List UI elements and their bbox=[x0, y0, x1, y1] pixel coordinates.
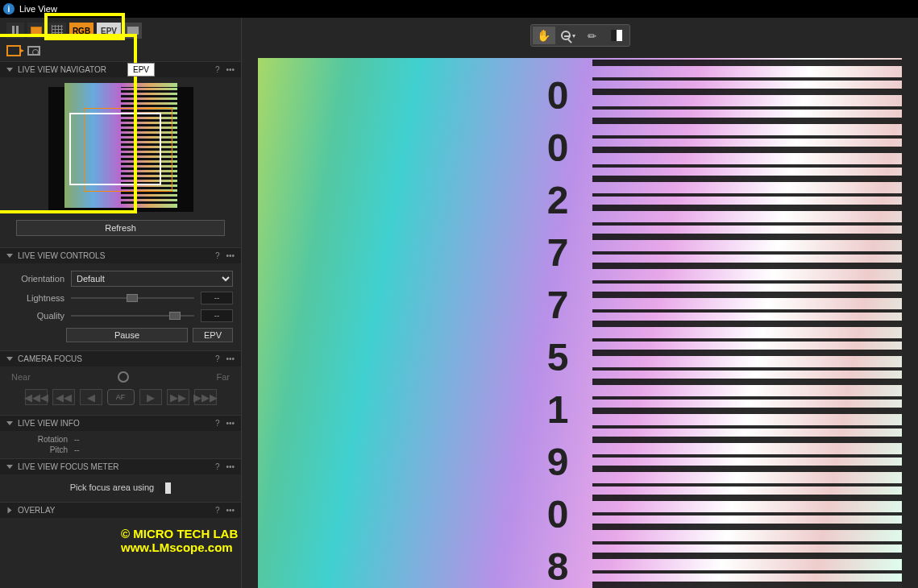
refresh-button[interactable]: Refresh bbox=[16, 220, 225, 236]
more-icon[interactable]: ••• bbox=[226, 462, 235, 471]
watermark: © MICRO TECH LAB www.LMscope.com bbox=[121, 527, 241, 554]
info-header[interactable]: LIVE VIEW INFO ?••• bbox=[0, 415, 241, 431]
quality-slider[interactable] bbox=[71, 310, 194, 321]
pause-toggle-button[interactable]: Pause bbox=[66, 328, 188, 342]
more-icon[interactable]: ••• bbox=[226, 65, 235, 74]
grid-button[interactable] bbox=[48, 23, 66, 39]
pitch-value: -- bbox=[74, 445, 80, 454]
chevron-down-icon bbox=[6, 68, 13, 72]
rgb-button[interactable]: RGB bbox=[69, 23, 93, 39]
contrast-icon bbox=[611, 30, 622, 41]
autofocus-button[interactable]: AF bbox=[107, 389, 135, 405]
capture-tabs bbox=[0, 43, 241, 61]
pitch-label: Pitch bbox=[11, 445, 68, 454]
focus-far-label: Far bbox=[217, 372, 231, 382]
chevron-down-icon bbox=[6, 357, 13, 361]
live-image[interactable]: 0027751908 bbox=[258, 58, 902, 588]
orientation-select[interactable]: Default bbox=[71, 271, 233, 287]
chevron-down-icon bbox=[6, 421, 13, 425]
titlebar: i Live View bbox=[0, 0, 918, 18]
quality-value: -- bbox=[201, 309, 233, 322]
rotation-value: -- bbox=[74, 435, 80, 444]
focus-indicator-icon bbox=[118, 371, 129, 383]
info-body: Rotation-- Pitch-- bbox=[0, 431, 241, 458]
video-tab-icon[interactable] bbox=[6, 45, 21, 56]
pick-focus-tool-button[interactable] bbox=[160, 482, 171, 494]
left-panel: RGB EPV EPV LIVE VIEW NAVIGATOR ?••• Ref… bbox=[0, 18, 242, 588]
focus-far-2x-button[interactable]: ◀◀ bbox=[52, 389, 75, 405]
overlay-header[interactable]: OVERLAY ?••• bbox=[0, 502, 241, 518]
focus-meter-body: Pick focus area using bbox=[0, 474, 241, 502]
hand-icon: ✋ bbox=[537, 29, 550, 42]
eyedropper-button[interactable]: ✎ bbox=[581, 27, 604, 44]
focus-near-3x-button[interactable]: ▶▶▶ bbox=[194, 389, 217, 405]
help-icon[interactable]: ? bbox=[215, 65, 220, 74]
pan-tool-button[interactable]: ✋ bbox=[533, 27, 555, 44]
navigator-frame-white[interactable] bbox=[69, 113, 161, 185]
eyedropper-icon: ✎ bbox=[584, 28, 599, 43]
zoom-out-icon bbox=[561, 31, 571, 40]
help-icon[interactable]: ? bbox=[215, 462, 220, 471]
focus-near-1x-button[interactable]: ▶ bbox=[139, 389, 162, 405]
app-icon: i bbox=[3, 3, 15, 14]
focus-far-3x-button[interactable]: ◀◀◀ bbox=[25, 389, 48, 405]
help-icon[interactable]: ? bbox=[215, 506, 220, 515]
still-tab-icon[interactable] bbox=[27, 46, 40, 56]
zoom-out-button[interactable]: ▾ bbox=[557, 27, 579, 44]
navigator-body: Refresh bbox=[0, 77, 241, 247]
pause-button[interactable] bbox=[6, 23, 24, 39]
navigator-thumbnail[interactable] bbox=[48, 87, 193, 212]
chevron-down-icon bbox=[6, 254, 13, 258]
orientation-label: Orientation bbox=[8, 274, 64, 284]
controls-body: Orientation Default Lightness -- Quality… bbox=[0, 263, 241, 350]
focus-meter-header[interactable]: LIVE VIEW FOCUS METER ?••• bbox=[0, 458, 241, 474]
help-icon[interactable]: ? bbox=[215, 251, 220, 260]
lightness-label: Lightness bbox=[8, 293, 64, 303]
lightness-slider[interactable] bbox=[71, 292, 194, 304]
chevron-down-icon bbox=[6, 465, 13, 469]
camera-focus-body: Near Far ◀◀◀ ◀◀ ◀ AF ▶ ▶▶ ▶▶▶ bbox=[0, 366, 241, 415]
focus-far-1x-button[interactable]: ◀ bbox=[80, 389, 102, 405]
controls-header[interactable]: LIVE VIEW CONTROLS ?••• bbox=[0, 247, 241, 263]
rotation-label: Rotation bbox=[11, 435, 68, 444]
help-icon[interactable]: ? bbox=[215, 419, 220, 428]
contrast-button[interactable] bbox=[605, 27, 628, 44]
live-view-panel: ✋ ▾ ✎ 0027751908 bbox=[242, 18, 918, 588]
epv-tooltip: EPV bbox=[127, 63, 155, 77]
view-toolbar: ✋ ▾ ✎ bbox=[530, 24, 630, 47]
more-icon[interactable]: ••• bbox=[226, 419, 235, 428]
chevron-right-icon bbox=[8, 507, 12, 514]
more-icon[interactable]: ••• bbox=[226, 354, 235, 363]
focus-near-2x-button[interactable]: ▶▶ bbox=[167, 389, 189, 405]
lightness-value: -- bbox=[201, 292, 233, 304]
camera-focus-header[interactable]: CAMERA FOCUS ?••• bbox=[0, 350, 241, 366]
navigator-header[interactable]: LIVE VIEW NAVIGATOR ?••• bbox=[0, 61, 241, 77]
main: RGB EPV EPV LIVE VIEW NAVIGATOR ?••• Ref… bbox=[0, 18, 918, 588]
top-toolbar: RGB EPV bbox=[0, 18, 241, 43]
more-icon[interactable]: ••• bbox=[226, 506, 235, 515]
epv-toggle-button[interactable]: EPV bbox=[193, 328, 233, 342]
more-icon[interactable]: ••• bbox=[226, 251, 235, 260]
level-button[interactable] bbox=[124, 23, 142, 39]
epv-button[interactable]: EPV bbox=[97, 23, 121, 39]
help-icon[interactable]: ? bbox=[215, 354, 220, 363]
barcode-number: 0027751908 bbox=[532, 74, 580, 588]
barcode-bars bbox=[592, 58, 902, 588]
pick-focus-label: Pick focus area using bbox=[70, 482, 155, 492]
quality-label: Quality bbox=[8, 311, 64, 321]
window-title: Live View bbox=[19, 4, 57, 14]
fullframe-button[interactable] bbox=[27, 23, 45, 39]
focus-near-label: Near bbox=[11, 372, 31, 382]
